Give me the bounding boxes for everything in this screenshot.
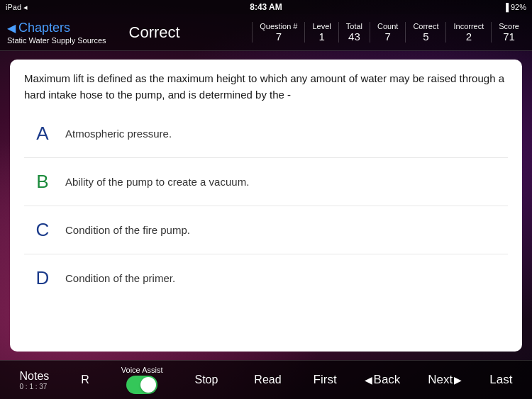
voice-assist-group: Voice Assist <box>121 366 163 394</box>
answer-b-text: Ability of the pump to create a vacuum. <box>65 176 249 188</box>
back-button[interactable]: ◀ Back <box>365 373 401 387</box>
answer-c-text: Condition of the fire pump. <box>65 224 190 236</box>
stat-level-label: Level <box>312 22 331 30</box>
voice-assist-label: Voice Assist <box>121 366 163 374</box>
back-chevron-icon: ◀ <box>7 21 16 35</box>
stop-label: Stop <box>194 373 218 386</box>
r-button[interactable]: R <box>77 371 94 389</box>
answer-b-letter: B <box>31 171 54 193</box>
stat-total: Total 43 <box>338 22 370 43</box>
stat-score: Score 71 <box>491 22 526 43</box>
header-stats: Question # 7 Level 1 Total 43 Count 7 Co… <box>252 22 532 43</box>
notes-counter: 0 : 1 : 37 <box>19 383 47 390</box>
first-button[interactable]: First <box>314 373 337 387</box>
header: ◀ Chapters Static Water Supply Sources C… <box>0 14 532 51</box>
next-arrow-icon: ▶ <box>454 374 462 386</box>
notes-label: Notes <box>19 370 49 383</box>
voice-assist-toggle[interactable] <box>126 376 157 394</box>
stat-count: Count 7 <box>370 22 405 43</box>
stat-score-label: Score <box>499 22 519 30</box>
question-text: Maximum lift is defined as the maximum h… <box>24 71 508 103</box>
stop-button[interactable]: Stop <box>190 371 222 389</box>
answer-d-letter: D <box>31 267 54 289</box>
answer-c-letter: C <box>31 219 54 241</box>
back-label: Back <box>374 373 401 387</box>
toolbar: Notes 0 : 1 : 37 R Voice Assist Stop Rea… <box>0 360 532 399</box>
answer-c[interactable]: C Condition of the fire pump. <box>24 206 508 254</box>
stat-incorrect-label: Incorrect <box>453 22 484 30</box>
stat-count-label: Count <box>377 22 398 30</box>
r-label: R <box>81 373 89 386</box>
device-label: iPad ◂ <box>6 3 28 12</box>
answer-a-text: Atmospheric pressure. <box>65 128 172 140</box>
answer-d-text: Condition of the primer. <box>65 272 175 284</box>
stat-correct-value: 5 <box>423 30 428 43</box>
answer-a[interactable]: A Atmospheric pressure. <box>24 110 508 158</box>
status-time: 8:43 AM <box>250 2 282 12</box>
last-label: Last <box>489 373 512 387</box>
first-label: First <box>314 373 337 387</box>
answer-d[interactable]: D Condition of the primer. <box>24 254 508 302</box>
read-button[interactable]: Read <box>250 371 285 389</box>
stat-correct-label: Correct <box>413 22 438 30</box>
answer-b[interactable]: B Ability of the pump to create a vacuum… <box>24 158 508 206</box>
next-label: Next <box>428 373 453 387</box>
stat-total-label: Total <box>346 22 362 30</box>
stat-question-label: Question # <box>260 22 297 30</box>
main-content: Maximum lift is defined as the maximum h… <box>0 51 532 360</box>
read-label: Read <box>254 373 281 386</box>
header-correct-title: Correct <box>57 23 252 42</box>
stat-incorrect-value: 2 <box>466 30 472 43</box>
back-arrow-icon: ◀ <box>365 374 372 386</box>
stat-correct: Correct 5 <box>405 22 445 43</box>
stat-score-value: 71 <box>503 30 515 43</box>
status-right: ▐ 92% <box>503 3 526 11</box>
question-card: Maximum lift is defined as the maximum h… <box>10 60 522 352</box>
stat-question: Question # 7 <box>252 22 304 43</box>
stat-level: Level 1 <box>304 22 338 43</box>
stat-total-value: 43 <box>348 30 360 43</box>
answers-list: A Atmospheric pressure. B Ability of the… <box>24 110 508 302</box>
status-left: iPad ◂ <box>6 3 28 12</box>
answer-a-letter: A <box>31 123 54 145</box>
stat-incorrect: Incorrect 2 <box>445 22 491 43</box>
stat-question-value: 7 <box>276 30 282 43</box>
next-button[interactable]: Next ▶ <box>428 373 462 387</box>
battery-icon: ▐ 92% <box>503 3 526 11</box>
stat-level-value: 1 <box>318 30 324 43</box>
status-bar: iPad ◂ 8:43 AM ▐ 92% <box>0 0 532 14</box>
last-button[interactable]: Last <box>489 373 512 387</box>
stat-count-value: 7 <box>385 30 391 43</box>
notes-section[interactable]: Notes 0 : 1 : 37 <box>19 370 49 390</box>
